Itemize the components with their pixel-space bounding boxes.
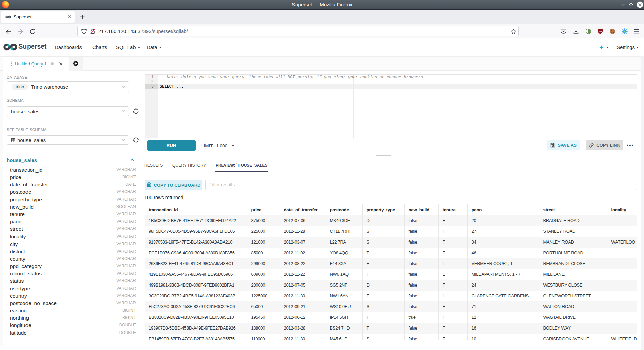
svg-text:u0: u0 [599,30,602,33]
